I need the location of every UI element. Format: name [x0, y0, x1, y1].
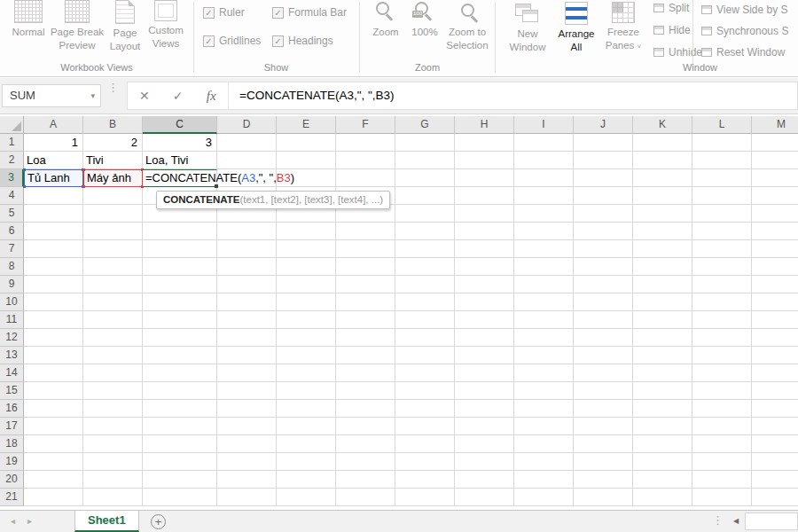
cell-J19[interactable]	[574, 453, 633, 471]
row-header-2[interactable]: 2	[0, 152, 24, 169]
cell-L17[interactable]	[692, 418, 752, 435]
cell-H8[interactable]	[455, 258, 514, 276]
column-header-L[interactable]: L	[692, 116, 752, 134]
cell-H12[interactable]	[455, 329, 514, 347]
cell-M3[interactable]	[752, 169, 798, 187]
column-header-B[interactable]: B	[83, 116, 143, 134]
cell-D1[interactable]	[217, 134, 277, 152]
split-button[interactable]: Split	[653, 2, 689, 14]
range-corner-handle[interactable]	[82, 168, 85, 171]
zoom-button[interactable]: Zoom	[367, 2, 404, 39]
cell-I4[interactable]	[514, 187, 574, 205]
cell-E8[interactable]	[277, 258, 336, 276]
cell-G6[interactable]	[395, 223, 455, 240]
column-header-G[interactable]: G	[395, 116, 455, 134]
cell-D20[interactable]	[217, 471, 277, 489]
page-break-preview-button[interactable]: Page Break Preview	[50, 0, 105, 52]
cell-L5[interactable]	[692, 205, 752, 223]
row-header-5[interactable]: 5	[0, 205, 24, 223]
cell-I6[interactable]	[514, 223, 574, 240]
cell-L16[interactable]	[692, 400, 752, 418]
cell-A16[interactable]	[24, 400, 83, 418]
cell-H1[interactable]	[455, 134, 514, 152]
prev-sheet-icon[interactable]: ◂	[11, 516, 27, 526]
cell-K9[interactable]	[633, 276, 692, 293]
cell-G5[interactable]	[395, 205, 455, 223]
cell-A8[interactable]	[24, 258, 83, 276]
row-header-15[interactable]: 15	[0, 382, 24, 400]
cell-K7[interactable]	[633, 240, 692, 258]
cell-M13[interactable]	[752, 347, 798, 364]
cell-K16[interactable]	[633, 400, 692, 418]
cell-B16[interactable]	[83, 400, 143, 418]
cell-G13[interactable]	[395, 347, 455, 364]
cell-H6[interactable]	[455, 223, 514, 240]
next-sheet-icon[interactable]: ▸	[27, 516, 44, 526]
cell-C21[interactable]	[143, 489, 217, 506]
cell-M11[interactable]	[752, 311, 798, 329]
row-header-12[interactable]: 12	[0, 329, 24, 347]
cell-F6[interactable]	[336, 223, 395, 240]
cell-A11[interactable]	[24, 311, 83, 329]
cell-J7[interactable]	[574, 240, 633, 258]
cell-M1[interactable]	[752, 134, 798, 152]
cell-I2[interactable]	[514, 152, 574, 169]
cell-I5[interactable]	[514, 205, 574, 223]
cell-A1[interactable]: 1	[24, 134, 83, 152]
cell-K15[interactable]	[633, 382, 692, 400]
cell-C1[interactable]: 3	[143, 134, 217, 152]
cell-L6[interactable]	[692, 223, 752, 240]
row-header-17[interactable]: 17	[0, 418, 24, 435]
cell-F14[interactable]	[336, 364, 395, 382]
cell-C7[interactable]	[143, 240, 217, 258]
cell-D18[interactable]	[217, 435, 277, 453]
cell-D21[interactable]	[217, 489, 277, 506]
cell-C17[interactable]	[143, 418, 217, 435]
cell-A6[interactable]	[24, 223, 83, 240]
cell-K12[interactable]	[633, 329, 692, 347]
cell-G9[interactable]	[395, 276, 455, 293]
cell-H13[interactable]	[455, 347, 514, 364]
zoom-to-selection-button[interactable]: Zoom to Selection	[443, 2, 491, 52]
cell-J8[interactable]	[574, 258, 633, 276]
cell-K17[interactable]	[633, 418, 692, 435]
cell-H18[interactable]	[455, 435, 514, 453]
cell-K20[interactable]	[633, 471, 692, 489]
cell-L1[interactable]	[692, 134, 752, 152]
cell-K10[interactable]	[633, 293, 692, 311]
cell-L3[interactable]	[692, 169, 752, 187]
cell-H17[interactable]	[455, 418, 514, 435]
cell-G18[interactable]	[395, 435, 455, 453]
row-header-1[interactable]: 1	[0, 134, 24, 152]
synchronous-scrolling-button[interactable]: Synchronous S	[701, 25, 788, 37]
cell-D6[interactable]	[217, 223, 277, 240]
column-header-K[interactable]: K	[633, 116, 692, 134]
cell-F1[interactable]	[336, 134, 395, 152]
enter-icon[interactable]: ✓	[161, 89, 195, 103]
cell-M6[interactable]	[752, 223, 798, 240]
cell-L10[interactable]	[692, 293, 752, 311]
row-header-13[interactable]: 13	[0, 347, 24, 364]
cell-F16[interactable]	[336, 400, 395, 418]
cell-H3[interactable]	[455, 169, 514, 187]
row-header-16[interactable]: 16	[0, 400, 24, 418]
custom-views-button[interactable]: Custom Views	[144, 0, 188, 51]
cell-B8[interactable]	[83, 258, 143, 276]
cell-E11[interactable]	[277, 311, 336, 329]
gridlines-checkbox[interactable]: ✓ Gridlines	[203, 35, 261, 47]
cell-I10[interactable]	[514, 293, 574, 311]
cell-M14[interactable]	[752, 364, 798, 382]
reset-window-position-button[interactable]: Reset Window	[701, 46, 785, 59]
cell-J11[interactable]	[574, 311, 633, 329]
cell-D16[interactable]	[217, 400, 277, 418]
cell-A5[interactable]	[24, 205, 83, 223]
cell-E20[interactable]	[277, 471, 336, 489]
cell-H4[interactable]	[455, 187, 514, 205]
normal-view-button[interactable]: Normal	[5, 0, 51, 39]
cell-D17[interactable]	[217, 418, 277, 435]
cell-M18[interactable]	[752, 435, 798, 453]
cell-I1[interactable]	[514, 134, 574, 152]
column-header-M[interactable]: M	[752, 116, 798, 134]
cell-D15[interactable]	[217, 382, 277, 400]
row-header-3[interactable]: 3	[0, 169, 24, 187]
